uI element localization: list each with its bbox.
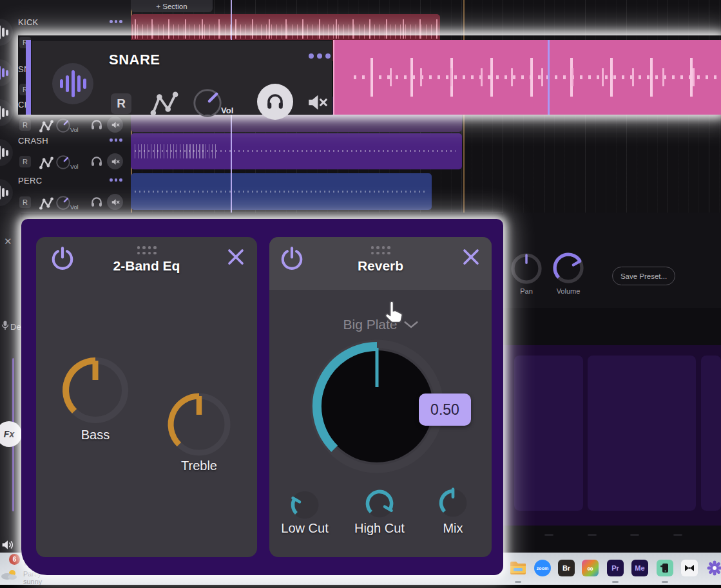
track-menu-dots-icon[interactable] xyxy=(110,138,122,142)
mute-button[interactable] xyxy=(107,194,123,210)
high-cut-knob[interactable] xyxy=(363,487,396,520)
weather-cloud-icon xyxy=(1,569,17,580)
track-volume-knob[interactable] xyxy=(191,87,224,119)
treble-knob[interactable] xyxy=(163,388,235,460)
treble-label: Treble xyxy=(167,459,231,473)
mix-knob[interactable] xyxy=(436,486,470,520)
popup-track-name: SNARE xyxy=(109,52,160,68)
volume-knob[interactable] xyxy=(550,250,586,286)
snare-clip[interactable] xyxy=(333,40,721,115)
pad[interactable] xyxy=(701,356,721,511)
snare-zoom-popup: SNARE R Vol xyxy=(18,35,721,115)
pad[interactable] xyxy=(588,356,696,511)
flower-app-icon[interactable] xyxy=(706,560,721,576)
creative-cloud-icon[interactable]: ∞ xyxy=(582,560,599,576)
track-volume-knob[interactable] xyxy=(55,194,72,211)
high-cut-label: High Cut xyxy=(338,521,421,536)
reverb-plugin-panel: Reverb Big Plate 0.50 Low Cut High Cut M… xyxy=(269,237,492,557)
track-menu-dots-icon[interactable] xyxy=(309,53,331,59)
snare-waveform-icon[interactable] xyxy=(52,63,93,104)
record-arm-button[interactable]: R xyxy=(19,119,31,131)
mute-button[interactable] xyxy=(305,91,329,113)
running-indicator xyxy=(662,581,668,583)
snare-header-panel: SNARE R Vol xyxy=(31,40,332,115)
device-label: De xyxy=(10,322,21,332)
kick-waveform-icon[interactable] xyxy=(0,19,13,46)
bass-knob[interactable] xyxy=(57,352,134,429)
crash-clip[interactable] xyxy=(131,133,462,169)
zoom-icon[interactable]: zoom xyxy=(534,560,551,576)
media-encoder-icon[interactable]: Me xyxy=(631,560,648,576)
running-indicator xyxy=(612,581,619,583)
phone-link-icon[interactable] xyxy=(657,560,673,576)
cursor-hand-icon xyxy=(382,298,408,328)
mute-button[interactable] xyxy=(107,153,123,169)
track-name: CRASH xyxy=(18,136,48,146)
perc-waveform xyxy=(135,191,425,193)
crash-waveform-icon[interactable] xyxy=(0,139,13,166)
add-section-button[interactable]: + Section xyxy=(131,0,213,12)
vol-label: Vol xyxy=(70,204,79,211)
track-menu-dots-icon[interactable] xyxy=(110,20,122,23)
drag-handle-icon[interactable] xyxy=(136,246,158,254)
plugin-title: 2-Band Eq xyxy=(36,258,257,274)
close-icon[interactable]: ✕ xyxy=(4,236,12,247)
playhead[interactable] xyxy=(548,40,550,115)
track-volume-knob[interactable] xyxy=(55,154,72,171)
plugin-title: Reverb xyxy=(269,258,492,274)
automation-icon[interactable] xyxy=(39,120,54,133)
plugin-window: 2-Band Eq Bass Treble Reverb Big Plate 0… xyxy=(21,219,503,575)
screen-bottom-edge xyxy=(0,585,721,588)
mute-button[interactable] xyxy=(107,117,123,133)
track-name: PERC xyxy=(18,176,42,185)
knob-value-badge: 0.50 xyxy=(419,394,471,426)
vol-label: Vol xyxy=(221,106,233,115)
drag-handle-icon[interactable] xyxy=(370,246,392,254)
adobe-bridge-icon[interactable]: Br xyxy=(558,560,575,576)
bass-label: Bass xyxy=(63,428,128,442)
track-row-perc[interactable]: PERC R Vol xyxy=(0,172,131,213)
record-arm-button[interactable]: R xyxy=(111,93,131,114)
capcut-icon[interactable] xyxy=(681,560,698,576)
mic-icon xyxy=(1,321,9,331)
clap-waveform-icon[interactable] xyxy=(0,99,13,126)
low-cut-knob[interactable] xyxy=(288,488,322,522)
low-cut-label: Low Cut xyxy=(269,521,340,536)
track-menu-dots-icon[interactable] xyxy=(110,178,122,182)
automation-icon[interactable] xyxy=(39,156,54,169)
premiere-pro-icon[interactable]: Pr xyxy=(607,560,624,576)
speaker-icon[interactable] xyxy=(1,538,15,551)
pads-strip xyxy=(503,345,721,526)
preset-selector[interactable]: Big Plate xyxy=(269,317,492,332)
solo-headphone-icon[interactable] xyxy=(90,155,103,168)
pan-knob[interactable] xyxy=(508,251,544,287)
snare-waveform-icon[interactable] xyxy=(0,59,13,86)
solo-headphone-icon[interactable] xyxy=(90,196,103,209)
track-color-bar xyxy=(26,40,31,115)
running-indicator xyxy=(515,581,521,583)
notification-badge: 6 xyxy=(9,554,20,565)
track-row-crash[interactable]: CRASH R Vol xyxy=(0,132,131,172)
pan-label: Pan xyxy=(514,287,539,295)
file-explorer-icon[interactable] xyxy=(510,560,526,576)
solo-headphone-button[interactable] xyxy=(257,84,293,120)
record-arm-button[interactable]: R xyxy=(19,196,31,208)
pad[interactable] xyxy=(514,356,583,511)
record-arm-button[interactable]: R xyxy=(19,156,31,167)
save-preset-button[interactable]: Save Preset... xyxy=(612,267,675,285)
left-rail: ✕ De Fx xyxy=(0,213,21,553)
automation-icon[interactable] xyxy=(150,91,178,117)
volume-label: Volume xyxy=(549,287,588,295)
track-name: KICK xyxy=(18,17,39,27)
perc-clip[interactable] xyxy=(131,173,432,210)
daw-screen: + Section KICK R SNARE R CLAP R xyxy=(0,0,721,588)
perc-waveform-icon[interactable] xyxy=(0,179,13,206)
vol-label: Vol xyxy=(70,164,79,170)
mix-label: Mix xyxy=(427,521,479,536)
fx-button[interactable]: Fx xyxy=(0,421,22,447)
solo-headphone-icon[interactable] xyxy=(90,119,103,131)
automation-icon[interactable] xyxy=(39,197,54,210)
eq-plugin-panel: 2-Band Eq Bass Treble xyxy=(36,237,257,557)
